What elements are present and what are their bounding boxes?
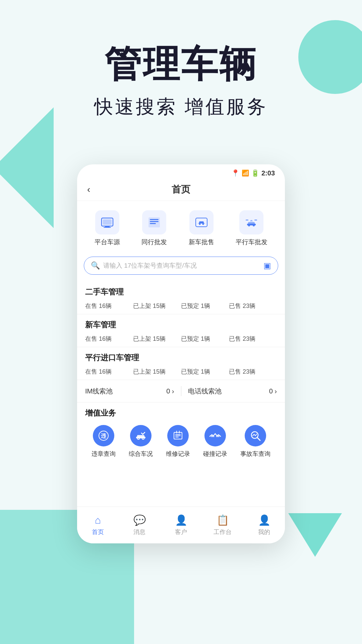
- violation-icon: 违: [93, 425, 114, 446]
- va-crash-label: 碰撞记录: [203, 450, 227, 458]
- crash-icon: [204, 425, 226, 446]
- customer-icon: 👤: [175, 514, 187, 526]
- svg-rect-2: [105, 226, 110, 227]
- car-check-icon: [130, 425, 152, 446]
- stat-item[interactable]: 在售 16辆: [85, 335, 133, 343]
- svg-text:违: 违: [101, 433, 107, 439]
- va-crash[interactable]: 碰撞记录: [203, 425, 227, 458]
- qr-scan-icon[interactable]: ▣: [263, 261, 271, 270]
- profile-label: 我的: [258, 528, 270, 536]
- va-violation-label: 违章查询: [92, 450, 116, 458]
- phone-mockup: 📍 📶 🔋 2:03 ‹ 首页 平台车源: [77, 164, 285, 543]
- status-bar: 📍 📶 🔋 2:03: [77, 164, 285, 180]
- im-pool-value: 0 ›: [166, 387, 174, 395]
- stat-item[interactable]: 已售 23辆: [229, 368, 277, 376]
- svg-rect-25: [175, 437, 179, 437]
- svg-rect-23: [175, 434, 181, 435]
- va-car-check[interactable]: 综合车况: [129, 425, 153, 458]
- svg-point-14: [253, 224, 255, 226]
- svg-line-27: [257, 437, 260, 440]
- va-repair[interactable]: 维修记录: [166, 425, 190, 458]
- stat-item[interactable]: 已上架 15辆: [133, 335, 181, 343]
- action-parallel-car[interactable]: 平行车批发: [236, 210, 267, 247]
- action-platform-cars[interactable]: 平台车源: [95, 210, 120, 247]
- customer-label: 客户: [175, 528, 187, 536]
- search-icon: 🔍: [91, 261, 100, 270]
- main-title: 管理车辆: [0, 44, 362, 84]
- action-platform-cars-label: 平台车源: [95, 238, 120, 247]
- repair-icon: [167, 425, 189, 446]
- stat-item[interactable]: 已售 23辆: [229, 335, 277, 343]
- bottom-nav: ⌂ 首页 💬 消息 👤 客户 📋 工作台 👤 我的: [77, 506, 285, 543]
- search-placeholder: 请输入 17位车架号查询车型/车况: [103, 261, 260, 270]
- profile-icon: 👤: [258, 514, 270, 526]
- svg-rect-1: [103, 219, 112, 225]
- bottom-nav-message[interactable]: 💬 消息: [119, 514, 160, 536]
- va-violation[interactable]: 违 违章查询: [92, 425, 116, 458]
- home-icon: ⌂: [95, 515, 101, 526]
- phone-pool-value: 0 ›: [269, 387, 277, 395]
- time-display: 2:03: [261, 169, 275, 177]
- svg-rect-11: [198, 223, 205, 224]
- section-title: 平行进口车管理: [85, 353, 277, 363]
- va-accident[interactable]: 事故车查询: [240, 425, 270, 458]
- message-label: 消息: [133, 528, 145, 536]
- action-peer-wholesale[interactable]: 同行批发: [141, 210, 167, 247]
- bg-decor-triangle-left: [0, 107, 54, 228]
- search-bar[interactable]: 🔍 请输入 17位车架号查询车型/车况 ▣: [84, 257, 278, 275]
- back-button[interactable]: ‹: [87, 184, 90, 195]
- bottom-nav-customer[interactable]: 👤 客户: [160, 514, 202, 536]
- bottom-nav-profile[interactable]: 👤 我的: [243, 514, 285, 536]
- phone-pool-item[interactable]: 电话线索池 0 ›: [188, 387, 277, 396]
- section-stats: 在售 16辆已上架 15辆已预定 1辆已售 23辆: [85, 368, 277, 376]
- nav-bar: ‹ 首页: [77, 180, 285, 201]
- stat-item[interactable]: 已上架 15辆: [133, 368, 181, 376]
- section-二手车管理: 二手车管理在售 16辆已上架 15辆已预定 1辆已售 23辆: [77, 281, 285, 314]
- platform-cars-icon: [95, 210, 119, 234]
- workbench-label: 工作台: [214, 528, 232, 536]
- action-peer-wholesale-label: 同行批发: [141, 238, 167, 247]
- section-stats: 在售 16辆已上架 15辆已预定 1辆已售 23辆: [85, 335, 277, 343]
- svg-rect-7: [150, 223, 156, 224]
- svg-rect-15: [246, 220, 248, 220]
- accident-icon: [245, 425, 266, 446]
- location-icon: 📍: [231, 169, 240, 177]
- stat-item[interactable]: 已预定 1辆: [181, 302, 229, 310]
- va-title: 增值业务: [85, 408, 277, 418]
- peer-wholesale-icon: [142, 210, 166, 234]
- stat-item[interactable]: 在售 16辆: [85, 368, 133, 376]
- status-icons: 📍 📶 🔋 2:03: [231, 169, 275, 177]
- action-new-car-sale-label: 新车批售: [189, 238, 214, 247]
- stat-item[interactable]: 在售 16辆: [85, 302, 133, 310]
- home-label: 首页: [92, 528, 104, 536]
- svg-rect-3: [104, 227, 111, 228]
- message-icon: 💬: [133, 514, 146, 526]
- stat-item[interactable]: 已预定 1辆: [181, 335, 229, 343]
- pools-row: IM线索池 0 › 电话线索池 0 ›: [77, 380, 285, 402]
- action-new-car-sale[interactable]: 新车批售: [189, 210, 214, 247]
- parallel-car-icon: [239, 210, 263, 234]
- pool-divider: [181, 386, 181, 396]
- stat-item[interactable]: 已售 23辆: [229, 302, 277, 310]
- section-stats: 在售 16辆已上架 15辆已预定 1辆已售 23辆: [85, 302, 277, 310]
- stat-item[interactable]: 已预定 1辆: [181, 368, 229, 376]
- svg-point-13: [248, 224, 250, 226]
- stat-item[interactable]: 已上架 15辆: [133, 302, 181, 310]
- section-平行进口车管理: 平行进口车管理在售 16辆已上架 15辆已预定 1辆已售 23辆: [77, 347, 285, 380]
- sections-container: 二手车管理在售 16辆已上架 15辆已预定 1辆已售 23辆新车管理在售 16辆…: [77, 281, 285, 380]
- page-title: 首页: [172, 183, 190, 196]
- header-area: 管理车辆 快速搜索 增值服务: [0, 0, 362, 120]
- im-pool-item[interactable]: IM线索池 0 ›: [85, 387, 174, 396]
- bottom-nav-workbench[interactable]: 📋 工作台: [202, 514, 243, 536]
- sub-title: 快速搜索 增值服务: [0, 94, 362, 120]
- value-added-section: 增值业务 违 违章查询: [77, 402, 285, 463]
- bottom-nav-home[interactable]: ⌂ 首页: [77, 515, 119, 536]
- svg-rect-4: [148, 217, 160, 227]
- new-car-sale-icon: [189, 210, 214, 234]
- quick-actions: 平台车源 同行批发: [77, 201, 285, 253]
- action-parallel-car-label: 平行车批发: [236, 238, 267, 247]
- svg-rect-5: [150, 219, 159, 220]
- va-accident-label: 事故车查询: [240, 450, 270, 458]
- va-repair-label: 维修记录: [166, 450, 190, 458]
- battery-icon: 🔋: [251, 169, 259, 177]
